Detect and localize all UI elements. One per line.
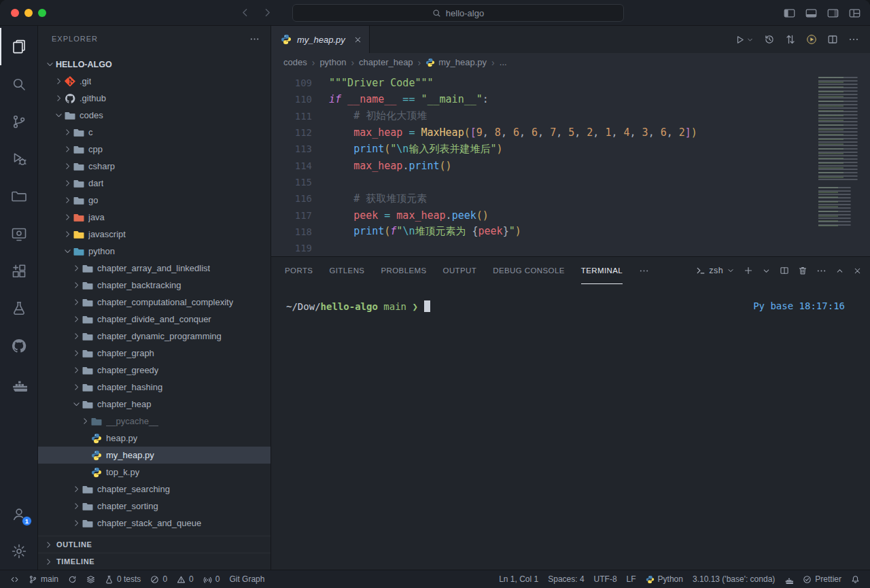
activity-live-preview[interactable]	[0, 215, 38, 252]
tree-item-chapter_backtracking[interactable]: chapter_backtracking	[38, 277, 271, 294]
minimize-window-button[interactable]	[24, 9, 33, 17]
activity-github[interactable]	[0, 327, 38, 364]
terminal-launch-profile-icon[interactable]	[762, 266, 771, 275]
tree-item-codes[interactable]: codes	[38, 107, 271, 124]
tree-item-chapter_greedy[interactable]: chapter_greedy	[38, 362, 271, 379]
maximize-panel-icon[interactable]	[835, 266, 844, 275]
tree-item-chapter_dynamic_programming[interactable]: chapter_dynamic_programming	[38, 328, 271, 345]
status-prettier[interactable]: Prettier	[798, 570, 846, 588]
kebab-icon[interactable]	[848, 34, 859, 45]
tree-item-top_k.py[interactable]: top_k.py	[38, 464, 271, 481]
customize-layout-icon[interactable]	[849, 7, 860, 19]
command-center-search[interactable]: hello-algo	[292, 4, 624, 22]
tree-item-chapter_searching[interactable]: chapter_searching	[38, 481, 271, 498]
tree-item-dart[interactable]: dart	[38, 175, 271, 192]
toggle-primary-sidebar-icon[interactable]	[784, 7, 795, 19]
tree-item-csharp[interactable]: csharp	[38, 158, 271, 175]
code-line[interactable]: 119	[271, 240, 870, 256]
activity-docker[interactable]: >	[0, 364, 38, 402]
panel-tab-debug-console[interactable]: DEBUG CONSOLE	[493, 257, 565, 284]
panel-tab-terminal[interactable]: TERMINAL	[581, 257, 623, 284]
terminal-view[interactable]: ~/Dow/hello-algo main ❯ Py base 18:17:16	[271, 284, 870, 570]
tree-item-my_heap.py[interactable]: my_heap.py	[38, 447, 271, 464]
activity-folder-explorer[interactable]	[0, 177, 38, 215]
activity-source-control[interactable]	[0, 103, 38, 140]
go-forward-button[interactable]	[262, 7, 273, 18]
tree-item-c[interactable]: c	[38, 124, 271, 141]
minimap[interactable]	[814, 71, 869, 238]
code-line[interactable]: 111 # 初始化大顶堆	[271, 108, 870, 124]
tree-item-heap.py[interactable]: heap.py	[38, 430, 271, 447]
status-0[interactable]: 0	[198, 570, 225, 588]
tree-item-__pycache__[interactable]: __pycache__	[38, 413, 271, 430]
toggle-panel-icon[interactable]	[805, 7, 817, 19]
tree-item-java[interactable]: java	[38, 209, 271, 226]
status-sync[interactable]	[63, 570, 82, 588]
tree-item-chapter_stack_and_queue[interactable]: chapter_stack_and_queue	[38, 515, 271, 532]
breadcrumb-item[interactable]: chapter_heap	[359, 57, 413, 67]
terminal-more-actions-icon[interactable]	[816, 266, 826, 276]
panel-tab-output[interactable]: OUTPUT	[443, 257, 477, 284]
status-layers[interactable]	[82, 570, 100, 588]
code-line[interactable]: 112 max_heap = MaxHeap([9, 8, 6, 6, 7, 5…	[271, 124, 870, 141]
new-terminal-icon[interactable]	[744, 266, 753, 275]
tree-item-chapter_divide_and_conquer[interactable]: chapter_divide_and_conquer	[38, 311, 271, 328]
panel-tab-gitlens[interactable]: GITLENS	[329, 257, 364, 284]
code-line[interactable]: 109"""Driver Code"""	[271, 75, 870, 91]
panel-tab-ports[interactable]: PORTS	[285, 257, 313, 284]
status-0[interactable]: 0	[172, 570, 198, 588]
kill-terminal-icon[interactable]	[798, 266, 807, 275]
code-line[interactable]: 115	[271, 174, 870, 190]
breadcrumb-item[interactable]: codes	[283, 57, 307, 67]
status-3-10-13-base-conda-[interactable]: 3.10.13 ('base': conda)	[688, 570, 780, 588]
panel-tab-problems[interactable]: PROBLEMS	[381, 257, 426, 284]
tree-item-go[interactable]: go	[38, 192, 271, 209]
tree-item-.git[interactable]: .git	[38, 73, 271, 90]
status-git-graph[interactable]: Git Graph	[224, 570, 269, 588]
tab-my_heap.py[interactable]: my_heap.py	[271, 26, 370, 53]
split-ed-icon[interactable]	[827, 34, 838, 45]
close-tab-icon[interactable]	[353, 35, 362, 44]
outline-section[interactable]: OUTLINE	[38, 536, 271, 553]
activity-settings[interactable]	[0, 532, 38, 570]
status-ln-1-col-1[interactable]: Ln 1, Col 1	[494, 570, 543, 588]
code-line[interactable]: 116 # 获取堆顶元素	[271, 190, 870, 207]
runner-icon[interactable]	[806, 34, 817, 45]
code-line[interactable]: 113 print("\n输入列表并建堆后")	[271, 141, 870, 157]
tree-item-chapter_graph[interactable]: chapter_graph	[38, 345, 271, 362]
breadcrumb-item[interactable]: ...	[500, 57, 507, 67]
activity-explorer[interactable]	[0, 28, 38, 65]
views-more-actions-icon[interactable]	[249, 34, 260, 44]
status-bell[interactable]	[846, 570, 865, 588]
compare-icon[interactable]	[785, 34, 796, 45]
split-terminal-icon[interactable]	[780, 266, 789, 275]
status-spaces-4[interactable]: Spaces: 4	[543, 570, 589, 588]
activity-testing[interactable]	[0, 290, 38, 327]
code-line[interactable]: 117 peek = max_heap.peek()	[271, 207, 870, 223]
panel-more-tabs-icon[interactable]	[639, 266, 649, 276]
status-0[interactable]: 0	[145, 570, 172, 588]
activity-run-and-debug[interactable]	[0, 140, 38, 177]
status-remote[interactable]	[5, 570, 24, 588]
status-0-tests[interactable]: 0 tests	[100, 570, 145, 588]
activity-search[interactable]	[0, 65, 38, 103]
activity-accounts[interactable]: 1	[0, 495, 38, 532]
tree-item-chapter_computational_complexity[interactable]: chapter_computational_complexity	[38, 294, 271, 311]
activity-extensions[interactable]	[0, 252, 38, 290]
tree-item-chapter_sorting[interactable]: chapter_sorting	[38, 498, 271, 515]
history-icon[interactable]	[764, 34, 775, 45]
run-python-file-button[interactable]	[735, 35, 754, 45]
status-utf-8[interactable]: UTF-8	[589, 570, 622, 588]
tree-item-chapter_array_and_linkedlist[interactable]: chapter_array_and_linkedlist	[38, 260, 271, 277]
zoom-window-button[interactable]	[38, 9, 46, 17]
close-panel-icon[interactable]	[853, 266, 862, 275]
tree-item-javascript[interactable]: javascript	[38, 226, 271, 243]
tree-item-cpp[interactable]: cpp	[38, 141, 271, 158]
code-line[interactable]: 110if __name__ == "__main__":	[271, 91, 870, 107]
terminal-profile[interactable]: zsh	[696, 266, 735, 275]
code-line[interactable]: 118 print(f"\n堆顶元素为 {peek}")	[271, 224, 870, 240]
status-main[interactable]: main	[24, 570, 63, 588]
status-lf[interactable]: LF	[622, 570, 641, 588]
code-editor[interactable]: 109"""Driver Code"""110if __name__ == "_…	[271, 71, 870, 256]
timeline-section[interactable]: TIMELINE	[38, 553, 271, 570]
